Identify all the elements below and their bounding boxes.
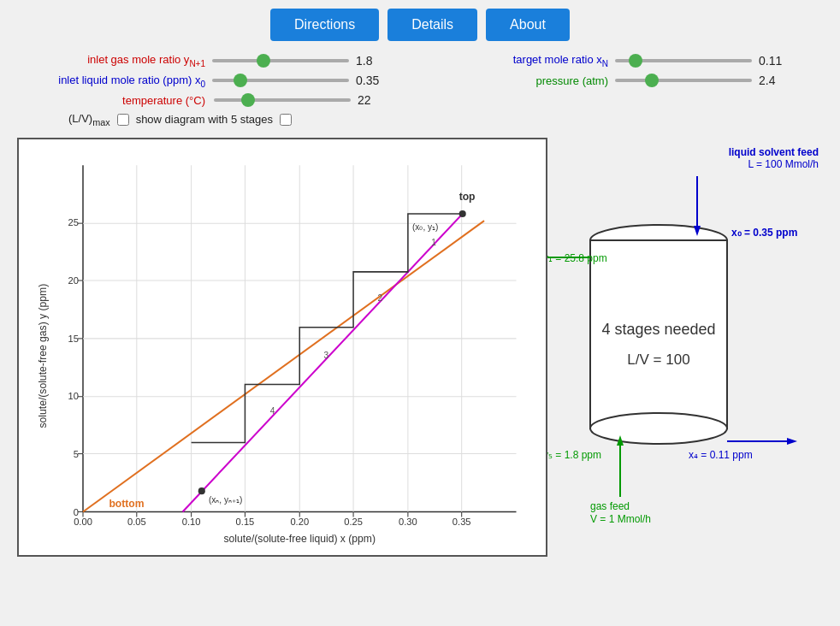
right-panel-svg: x₀ = 0.35 ppm y₁ = 25.8 ppm 4 stages nee… [547, 138, 823, 557]
pressure-label: pressure (atm) [420, 74, 608, 87]
controls-row-3: temperature (°C) 22 [17, 93, 823, 107]
target-mole-value: 0.11 [759, 54, 789, 68]
inlet-liquid-slider[interactable] [212, 79, 349, 82]
svg-text:0.35: 0.35 [453, 516, 471, 526]
details-button[interactable]: Details [387, 9, 477, 41]
svg-text:bottom: bottom [109, 498, 144, 510]
inlet-gas-ctrl: inlet gas mole ratio yN+1 1.8 [17, 53, 386, 68]
svg-point-48 [198, 487, 205, 494]
temperature-value: 22 [358, 93, 387, 107]
svg-line-42 [83, 221, 484, 511]
svg-point-50 [459, 210, 466, 217]
svg-text:0.00: 0.00 [74, 516, 92, 526]
controls-panel: inlet gas mole ratio yN+1 1.8 target mol… [0, 50, 840, 138]
svg-text:1: 1 [431, 238, 436, 247]
svg-text:y₅ = 1.8 ppm: y₅ = 1.8 ppm [547, 449, 601, 461]
svg-text:(x₀, y₁): (x₀, y₁) [412, 222, 439, 232]
temperature-slider-container: 22 [214, 93, 387, 107]
svg-text:4: 4 [270, 406, 275, 416]
inlet-gas-slider[interactable] [212, 59, 349, 62]
svg-text:0.05: 0.05 [127, 516, 146, 526]
svg-text:0.30: 0.30 [399, 516, 417, 526]
show-diagram-label: show diagram with 5 stages [136, 113, 273, 126]
svg-text:L/V = 100: L/V = 100 [627, 351, 689, 368]
target-mole-label: target mole ratio xN [420, 53, 608, 68]
svg-text:(xₙ, yₙ₊₁): (xₙ, yₙ₊₁) [209, 495, 242, 505]
svg-text:solute/(solute-free liquid)  x: solute/(solute-free liquid) x (ppm) [224, 533, 376, 545]
svg-text:0.10: 0.10 [182, 516, 201, 526]
svg-text:4 stages needed: 4 stages needed [601, 321, 715, 338]
svg-text:15: 15 [68, 334, 79, 344]
svg-point-58 [590, 413, 727, 444]
svg-text:x₄ = 0.11 ppm: x₄ = 0.11 ppm [689, 449, 753, 461]
svg-text:solute/(solute-free gas)  y (p: solute/(solute-free gas) y (ppm) [37, 284, 49, 428]
right-panel: liquid solvent feed L = 100 Mmol/h x₀ = … [547, 138, 823, 557]
controls-row-1: inlet gas mole ratio yN+1 1.8 target mol… [17, 53, 823, 68]
target-mole-ctrl: target mole ratio xN 0.11 [420, 53, 789, 68]
temperature-label: temperature (°C) [17, 94, 205, 107]
header-buttons: Directions Details About [0, 0, 840, 50]
svg-text:V = 1 Mmol/h: V = 1 Mmol/h [590, 513, 651, 525]
svg-text:0.25: 0.25 [344, 516, 363, 526]
inlet-gas-value: 1.8 [356, 54, 386, 68]
inlet-liquid-label: inlet liquid mole ratio (ppm) x0 [17, 74, 205, 89]
pressure-slider-container: 2.4 [615, 74, 789, 87]
target-mole-slider-container: 0.11 [615, 54, 789, 68]
checkbox-row: (L/V)max show diagram with 5 stages [68, 112, 823, 127]
controls-row-2: inlet liquid mole ratio (ppm) x0 0.35 pr… [17, 74, 823, 89]
target-mole-slider[interactable] [615, 59, 752, 62]
inlet-gas-label: inlet gas mole ratio yN+1 [17, 53, 205, 68]
show-diagram-checkbox[interactable] [280, 114, 292, 126]
main-area: 0.00 0.05 0.10 0.15 0.20 0.25 0.30 0.35 [0, 138, 840, 557]
svg-marker-74 [787, 438, 797, 445]
diagram-box: 0.00 0.05 0.10 0.15 0.20 0.25 0.30 0.35 [17, 138, 547, 557]
svg-text:20: 20 [68, 275, 79, 286]
pressure-ctrl: pressure (atm) 2.4 [420, 74, 789, 87]
inlet-liquid-slider-container: 0.35 [212, 74, 386, 87]
svg-text:2: 2 [377, 293, 382, 303]
chart-svg: 0.00 0.05 0.10 0.15 0.20 0.25 0.30 0.35 [27, 148, 537, 546]
svg-text:gas feed: gas feed [590, 500, 630, 512]
inlet-gas-slider-container: 1.8 [212, 54, 386, 68]
lv-max-checkbox[interactable] [117, 114, 129, 126]
about-button[interactable]: About [486, 9, 570, 41]
svg-text:0.20: 0.20 [290, 516, 309, 526]
lv-max-label: (L/V)max [68, 112, 110, 127]
temperature-slider[interactable] [214, 98, 351, 102]
pressure-value: 2.4 [759, 74, 789, 87]
svg-text:x₀ = 0.35 ppm: x₀ = 0.35 ppm [731, 227, 797, 239]
svg-text:0.15: 0.15 [236, 516, 255, 526]
inlet-liquid-ctrl: inlet liquid mole ratio (ppm) x0 0.35 [17, 74, 386, 89]
svg-line-43 [183, 214, 463, 511]
svg-text:25: 25 [68, 217, 79, 227]
svg-text:3: 3 [324, 351, 329, 360]
inlet-liquid-value: 0.35 [356, 74, 386, 87]
pressure-slider[interactable] [615, 79, 752, 82]
svg-text:top: top [459, 191, 476, 203]
directions-button[interactable]: Directions [270, 9, 379, 41]
svg-text:10: 10 [68, 391, 79, 401]
